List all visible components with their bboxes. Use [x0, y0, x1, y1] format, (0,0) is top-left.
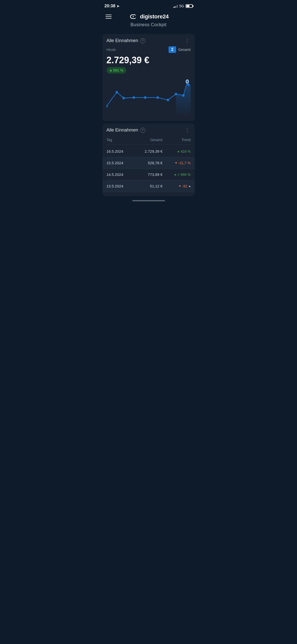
row-trend: -82 [162, 184, 190, 188]
col-header-total: Gesamt [135, 138, 162, 142]
status-time: 20:38 ➤ [105, 4, 119, 9]
table-row[interactable]: 15.5.2024 528,78 € -31,7 % [103, 157, 195, 169]
row-date: 14.5.2024 [107, 172, 135, 177]
status-right: 5G [173, 4, 193, 8]
time-display: 20:38 [105, 4, 115, 9]
chart-point [116, 91, 118, 94]
table-card-title: Alle Einnahmen [107, 127, 138, 133]
table-card-header: Alle Einnahmen ? ⋮ [107, 127, 191, 133]
filter-label: Heute [107, 48, 116, 52]
table-card: Alle Einnahmen ? ⋮ Tag Gesamt Trend 16.5… [103, 123, 195, 196]
chart-svg [107, 77, 191, 117]
chart-container [107, 77, 191, 117]
chart-card-header: Alle Einnahmen ? ⋮ [107, 38, 191, 43]
chart-more-button[interactable]: ⋮ [184, 38, 191, 43]
table-more-button[interactable]: ⋮ [184, 128, 191, 133]
row-trend: > 999 % [162, 173, 190, 177]
chart-point [175, 93, 177, 95]
table-row[interactable]: 16.5.2024 2.729,39 € 416 % [107, 146, 191, 157]
row-trend: 416 % [162, 149, 190, 153]
col-header-trend: Trend [162, 138, 190, 142]
main-value: 2.729,39 € [107, 55, 191, 66]
logo-area: digistore24 [128, 13, 169, 20]
hamburger-button[interactable] [105, 14, 113, 20]
trend-arrow-down [179, 185, 181, 187]
trend-text: 416 % [181, 149, 191, 153]
trend-text: -82 [182, 184, 187, 188]
chart-help-icon[interactable]: ? [140, 38, 145, 43]
trend-text: -31,7 % [178, 161, 190, 165]
logo-icon [128, 13, 137, 20]
home-indicator [132, 200, 165, 201]
status-bar: 20:38 ➤ 5G [100, 0, 198, 11]
logo-text: digistore24 [140, 13, 169, 20]
filter-row: Heute Σ Gesamt [107, 46, 191, 53]
chart-point [182, 94, 184, 97]
total-label: Gesamt [178, 48, 190, 52]
location-icon: ➤ [117, 4, 119, 8]
row-value: 2.729,39 € [135, 149, 162, 153]
trend-value: 501 % [113, 68, 123, 72]
row-value: 773,89 € [135, 172, 162, 177]
page-title: Business Cockpit [130, 22, 167, 27]
chart-point-active [186, 80, 189, 83]
chart-point [122, 97, 125, 100]
row-date: 13.5.2024 [107, 184, 135, 188]
battery-icon [186, 4, 193, 8]
header-top: digistore24 [105, 13, 193, 20]
trend-up-arrow [110, 69, 112, 71]
table-row[interactable]: 14.5.2024 773,89 € > 999 % [107, 169, 191, 180]
col-header-day: Tag [107, 138, 135, 142]
chart-point [187, 83, 189, 86]
row-date: 16.5.2024 [107, 149, 135, 153]
trend-arrow-up [177, 151, 179, 152]
table-row[interactable]: 13.5.2024 51,12 € -82 [103, 180, 195, 192]
chart-point [156, 96, 159, 99]
table-title-row: Alle Einnahmen ? [107, 127, 145, 133]
app-header: digistore24 Business Cockpit [100, 11, 198, 31]
trend-text: > 999 % [178, 173, 191, 177]
filter-total: Σ Gesamt [169, 46, 190, 53]
row-trend: -31,7 % [162, 161, 190, 165]
row-value: 528,78 € [135, 161, 162, 165]
chart-fill [176, 81, 191, 117]
table-help-icon[interactable]: ? [140, 128, 145, 133]
row-date: 15.5.2024 [107, 161, 135, 165]
chart-card-title: Alle Einnahmen [107, 38, 138, 43]
chart-point [167, 99, 169, 101]
trend-arrow-up [174, 174, 176, 175]
network-type: 5G [179, 4, 184, 8]
table-column-headers: Tag Gesamt Trend [107, 136, 191, 145]
trend-badge: 501 % [107, 67, 126, 74]
signal-icon [173, 4, 178, 8]
trend-arrow-up-secondary [189, 185, 191, 187]
chart-point [133, 96, 135, 99]
trend-arrow-down [175, 162, 177, 164]
chart-title-row: Alle Einnahmen ? [107, 38, 145, 43]
chart-card: Alle Einnahmen ? ⋮ Heute Σ Gesamt 2.729,… [103, 34, 195, 121]
chart-point [144, 96, 146, 99]
sigma-button[interactable]: Σ [169, 46, 176, 53]
row-value: 51,12 € [135, 184, 162, 188]
